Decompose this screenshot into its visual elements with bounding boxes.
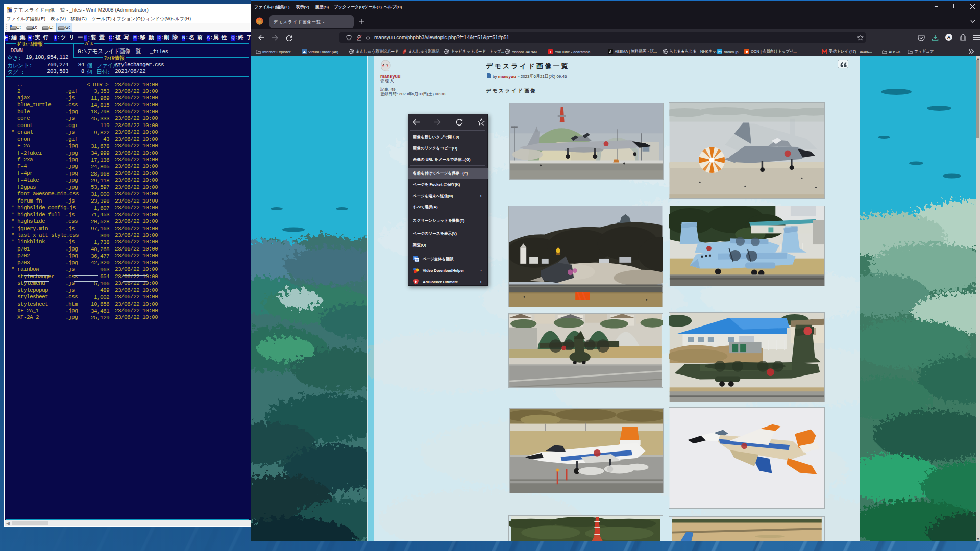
svg-text:文: 文 bbox=[415, 258, 419, 262]
